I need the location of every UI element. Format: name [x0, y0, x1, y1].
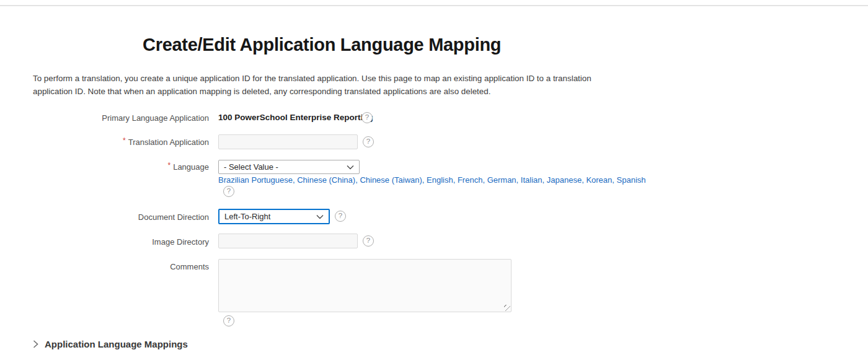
section-application-language-mappings[interactable]: Application Language Mappings: [33, 339, 188, 349]
chevron-down-icon: [347, 165, 354, 170]
required-marker: *: [167, 161, 170, 170]
page-description: To perform a translation, you create a u…: [33, 72, 623, 98]
language-link[interactable]: Spanish: [617, 175, 646, 185]
translation-application-label: *Translation Application: [0, 138, 209, 147]
help-icon[interactable]: ?: [363, 136, 374, 147]
document-direction-select-value: Left-To-Right: [224, 212, 270, 221]
page-title: Create/Edit Application Language Mapping: [143, 35, 501, 55]
language-quick-links: Brazilian Portuguese, Chinese (China), C…: [218, 175, 646, 185]
language-label: *Language: [0, 162, 209, 172]
resize-handle-icon[interactable]: [504, 305, 510, 311]
section-title: Application Language Mappings: [45, 339, 188, 349]
language-select[interactable]: - Select Value -: [218, 160, 360, 174]
language-link[interactable]: English,: [427, 175, 455, 185]
help-icon[interactable]: ?: [363, 235, 374, 247]
comments-label: Comments: [0, 262, 209, 271]
primary-language-application-label: Primary Language Application: [0, 113, 209, 123]
language-link[interactable]: Italian,: [521, 175, 544, 185]
document-direction-select[interactable]: Left-To-Right: [218, 209, 330, 224]
language-link[interactable]: Brazilian Portuguese,: [218, 175, 295, 185]
language-link[interactable]: Chinese (China),: [297, 175, 358, 185]
language-link[interactable]: French,: [458, 175, 485, 185]
language-link[interactable]: Japanese,: [547, 175, 584, 185]
top-divider: [0, 5, 868, 6]
comments-textarea[interactable]: [218, 259, 512, 312]
language-link[interactable]: German,: [487, 175, 519, 185]
language-link[interactable]: Chinese (Taiwan),: [360, 175, 424, 185]
language-link[interactable]: Korean,: [586, 175, 614, 185]
page: Create/Edit Application Language Mapping…: [0, 0, 868, 350]
language-select-value: - Select Value -: [224, 162, 278, 172]
document-direction-label: Document Direction: [0, 212, 209, 222]
chevron-down-icon: [316, 214, 324, 219]
help-icon[interactable]: ?: [223, 186, 234, 197]
image-directory-label: Image Directory: [0, 237, 209, 247]
translation-application-input[interactable]: [218, 134, 358, 149]
help-icon[interactable]: ?: [223, 315, 234, 326]
help-icon[interactable]: ?: [361, 112, 373, 123]
primary-language-application-value: 100 PowerSchool Enterprise Reporting: [218, 113, 373, 122]
chevron-right-icon: [33, 340, 38, 348]
image-directory-input[interactable]: [218, 234, 358, 248]
required-marker: *: [123, 136, 126, 145]
help-icon[interactable]: ?: [335, 211, 346, 222]
